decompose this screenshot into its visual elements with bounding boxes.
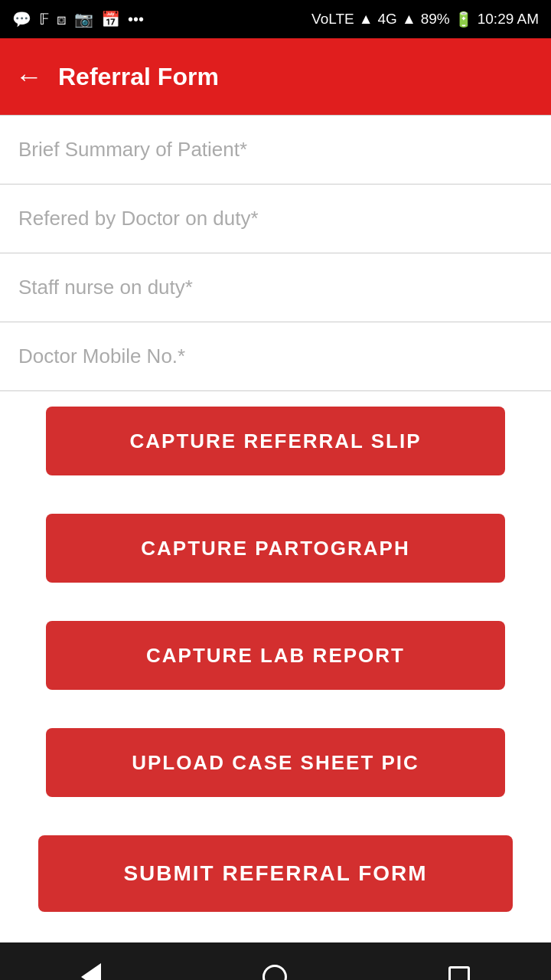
doctor-mobile-input[interactable] (0, 322, 551, 391)
4g-label: 4G (378, 11, 397, 28)
app-icon-3: 📅 (101, 10, 120, 28)
back-button[interactable]: ← (15, 63, 43, 90)
whatsapp-icon: 💬 (12, 10, 31, 28)
nav-home-button[interactable] (262, 965, 287, 980)
nav-recent-button[interactable] (448, 966, 470, 980)
recent-square-icon (448, 966, 470, 980)
form-fields (0, 115, 551, 391)
nav-bar (0, 942, 551, 980)
status-bar: 💬 𝔽 ⧈ 📷 📅 ••• VoLTE ▲ 4G ▲ 89% 🔋 10:29 A… (0, 0, 551, 38)
page-title: Referral Form (58, 63, 219, 91)
status-icons-right: VoLTE ▲ 4G ▲ 89% 🔋 10:29 AM (311, 11, 539, 28)
battery-icon: 🔋 (455, 11, 473, 28)
referred-by-input[interactable] (0, 185, 551, 253)
time-display: 10:29 AM (478, 11, 539, 28)
home-circle-icon (262, 965, 287, 980)
facebook-icon: 𝔽 (39, 10, 49, 28)
brief-summary-input[interactable] (0, 116, 551, 185)
battery-percent: 89% (421, 11, 450, 28)
submit-referral-form-button[interactable]: SUBMIT REFERRAL FORM (38, 835, 513, 912)
ellipsis-icon: ••• (128, 11, 144, 28)
capture-referral-slip-button[interactable]: CAPTURE REFERRAL SLIP (46, 407, 505, 475)
upload-case-sheet-button[interactable]: UPLOAD CASE SHEET PIC (46, 728, 505, 797)
signal-icon: ▲ (359, 11, 373, 28)
signal-icon-2: ▲ (402, 11, 416, 28)
back-triangle-icon (81, 963, 101, 980)
nav-back-button[interactable] (81, 963, 101, 980)
action-buttons: CAPTURE REFERRAL SLIP CAPTURE PARTOGRAPH… (0, 391, 551, 927)
volte-label: VoLTE (311, 11, 354, 28)
app-icon-2: 📷 (74, 10, 93, 28)
status-icons-left: 💬 𝔽 ⧈ 📷 📅 ••• (12, 10, 144, 28)
main-content: CAPTURE REFERRAL SLIP CAPTURE PARTOGRAPH… (0, 115, 551, 942)
staff-nurse-input[interactable] (0, 253, 551, 322)
app-icon-1: ⧈ (57, 11, 67, 28)
capture-partograph-button[interactable]: CAPTURE PARTOGRAPH (46, 514, 505, 583)
capture-lab-report-button[interactable]: CAPTURE LAB REPORT (46, 621, 505, 690)
app-bar: ← Referral Form (0, 38, 551, 115)
